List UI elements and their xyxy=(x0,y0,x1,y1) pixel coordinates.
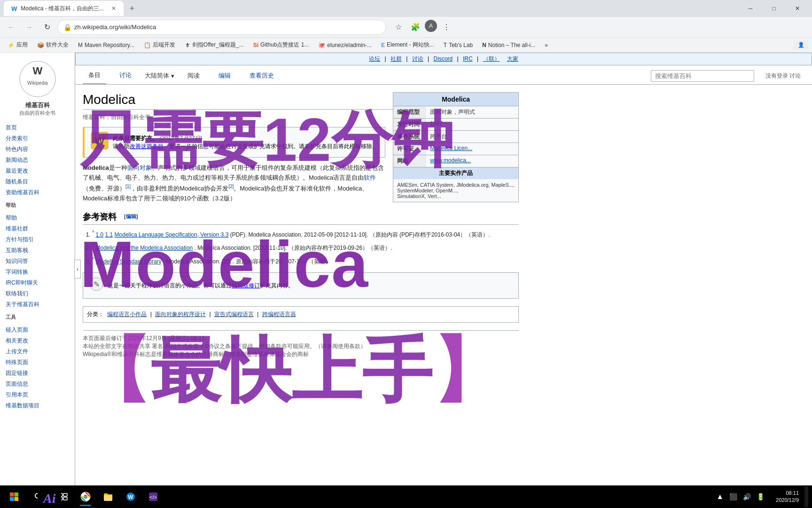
tab-edit[interactable]: 编辑 xyxy=(213,70,236,82)
profile-icon[interactable]: A xyxy=(425,20,437,32)
taskbar-code-app[interactable]: </> xyxy=(143,486,164,507)
nav-teahouse[interactable]: 互助客栈 xyxy=(0,245,75,256)
nav-cite[interactable]: 引用本页 xyxy=(0,389,75,400)
url-text: zh.wikipedia.org/wiki/Modelica xyxy=(74,24,156,31)
bookmark-software[interactable]: 📦 软件大全 xyxy=(33,40,72,50)
sidebar-collapse-button[interactable]: ‹ xyxy=(74,260,81,278)
ai-badge[interactable]: Ai xyxy=(38,489,61,508)
nav-qa[interactable]: 知识问答 xyxy=(0,256,75,267)
wiki-logo-title: 维基百科 xyxy=(4,101,71,110)
references-edit-link[interactable]: [编辑] xyxy=(124,213,138,220)
bookmark-more[interactable]: » xyxy=(541,40,552,50)
nav-policy[interactable]: 方针与指引 xyxy=(0,234,75,245)
close-button[interactable]: ✕ xyxy=(787,0,808,17)
toolbar-link-discuss[interactable]: 讨论 xyxy=(412,56,423,62)
taskbar-explorer[interactable] xyxy=(98,486,118,507)
bookmark-tebslab[interactable]: T Teb's Lab xyxy=(440,40,476,50)
bookmark-apps[interactable]: ⚡ 应用 xyxy=(4,40,31,50)
bookmark-profile-avatar[interactable]: 👤 xyxy=(794,40,808,49)
windows-logo-icon xyxy=(9,492,19,501)
bookmark-star-icon[interactable]: ☆ xyxy=(391,20,406,35)
start-button[interactable] xyxy=(4,486,24,507)
tab-close-button[interactable]: ✕ xyxy=(111,5,116,12)
nav-help[interactable]: 帮助 xyxy=(0,213,75,223)
extensions-icon[interactable]: 🧩 xyxy=(408,20,423,35)
ref-1-sup-b[interactable]: 1.1 xyxy=(105,231,113,238)
nav-related-changes[interactable]: 相关更改 xyxy=(0,335,75,346)
license-link[interactable]: Modelica Licen... xyxy=(430,145,472,151)
nav-special-pages[interactable]: 特殊页面 xyxy=(0,357,75,368)
nav-irc[interactable]: IRC即时聊天 xyxy=(0,278,75,288)
nav-about[interactable]: 关于维基百科 xyxy=(0,299,75,310)
improve-link[interactable]: 改善这篇条目 xyxy=(130,143,164,150)
taskbar-clock[interactable]: 08:11 2020/12/9 xyxy=(772,490,803,504)
ref-2-link[interactable]: Modelica and the Modelica Association xyxy=(95,245,193,251)
tab-discuss[interactable]: 讨论 xyxy=(114,67,137,84)
tab-history[interactable]: 查看历史 xyxy=(244,70,280,82)
tray-up-icon[interactable]: ▲ xyxy=(714,492,726,502)
nav-contact[interactable]: 联络我们 xyxy=(0,288,75,299)
tab-article[interactable]: 条目 xyxy=(83,67,106,84)
stub-edit-link[interactable]: 编辑或修订 xyxy=(232,282,260,289)
oop-link[interactable]: 面向对象 xyxy=(127,164,152,171)
toolbar-link-join[interactable]: （联） xyxy=(483,56,500,62)
url-bar[interactable]: 🔒 zh.wikipedia.org/wiki/Modelica xyxy=(57,20,386,35)
toolbar-link-irc[interactable]: IRC xyxy=(463,56,473,62)
tray-battery-icon[interactable]: 🔋 xyxy=(755,492,766,501)
ref-1-link[interactable]: Modelica Language Specification, Version… xyxy=(115,231,229,238)
more-options-icon[interactable]: ⋮ xyxy=(439,20,454,35)
tab-read[interactable]: 阅读 xyxy=(182,70,205,82)
forward-button[interactable]: → xyxy=(22,20,37,35)
bookmark-maven[interactable]: M Maven Repository... xyxy=(74,40,138,50)
bookmark-notion[interactable]: N Notion – The all-i... xyxy=(478,40,539,50)
software-link[interactable]: 软件 xyxy=(364,174,376,181)
refresh-button[interactable]: ↻ xyxy=(39,20,55,35)
nav-permalink[interactable]: 固定链接 xyxy=(0,368,75,379)
tray-network-icon[interactable]: ⬛ xyxy=(727,492,739,501)
back-button[interactable]: ← xyxy=(4,20,19,35)
lang-selector[interactable]: 大陆简体 ▾ xyxy=(145,71,174,80)
toolbar-link-discord[interactable]: Discord xyxy=(434,56,453,62)
toolbar-link-forum[interactable]: 论坛 xyxy=(369,56,380,62)
wiki-search-input[interactable] xyxy=(651,70,754,82)
toolbar-link-everyone[interactable]: 大家 xyxy=(507,56,518,62)
category-declarative[interactable]: 宣告式编程语言 xyxy=(214,311,254,318)
category-cross-platform[interactable]: 跨编程语言器 xyxy=(262,311,296,318)
nav-word-convert[interactable]: 字词转换 xyxy=(0,267,75,278)
bookmark-element[interactable]: E Element - 网站快... xyxy=(377,40,438,50)
minimize-button[interactable]: ─ xyxy=(740,0,761,17)
notification-area[interactable] xyxy=(804,486,808,507)
notice-main-text: 此条目需要扩充。 xyxy=(113,135,158,142)
nav-page-info[interactable]: 页面信息 xyxy=(0,379,75,389)
bookmark-github[interactable]: Si Github点赞接近 1... xyxy=(250,40,313,50)
nav-link-here[interactable]: 链入页面 xyxy=(0,325,75,335)
footer-trademark: Wikipedia®和维基百科标志是维基媒体基金会的注册商标；维基则是维基媒体基… xyxy=(83,350,519,358)
taskbar-other-app[interactable]: W xyxy=(120,486,141,507)
nav-category-index[interactable]: 分类索引 xyxy=(0,133,75,144)
ref-1-sup-a[interactable]: 1.0 xyxy=(95,231,103,238)
new-tab-button[interactable]: + xyxy=(125,2,139,15)
nav-donate[interactable]: 资助维基百科 xyxy=(0,187,75,198)
ref-3-link[interactable]: Modelica Standard Library xyxy=(95,258,161,265)
nav-homepage[interactable]: 首页 xyxy=(0,122,75,133)
toolbar-link-community[interactable]: 社群 xyxy=(390,56,402,62)
category-prog-lang[interactable]: 编程语言小作品 xyxy=(107,311,147,318)
active-tab[interactable]: W Modelica - 维基百科，自由的三... ✕ xyxy=(4,1,124,16)
nav-upload[interactable]: 上传文件 xyxy=(0,346,75,357)
login-link[interactable]: 没有登录 讨论 xyxy=(762,70,804,82)
bookmark-backend[interactable]: 📋 后端开发 xyxy=(140,40,179,50)
maximize-button[interactable]: □ xyxy=(763,0,785,17)
nav-news[interactable]: 新闻动态 xyxy=(0,155,75,166)
category-oop[interactable]: 面向对象的程序设计 xyxy=(155,311,206,318)
bookmark-jianzhi[interactable]: 🗡 剑指Offer_编程题_... xyxy=(181,40,248,50)
nav-wikidata[interactable]: 维基数据项目 xyxy=(0,400,75,411)
tray-sound-icon[interactable]: 🔊 xyxy=(741,492,753,501)
nav-community[interactable]: 维基社群 xyxy=(0,223,75,234)
nav-recent-changes[interactable]: 最近更改 xyxy=(0,166,75,176)
website-link[interactable]: www.modelica... xyxy=(430,157,471,164)
toolbar-icons: ☆ 🧩 A ⋮ xyxy=(391,20,454,35)
taskbar-browser[interactable] xyxy=(75,486,96,507)
bookmark-eladmin[interactable]: 🐙 elunez/eladmin-... xyxy=(314,40,375,50)
nav-random-article[interactable]: 随机条目 xyxy=(0,176,75,187)
nav-featured-content[interactable]: 特色内容 xyxy=(0,144,75,155)
